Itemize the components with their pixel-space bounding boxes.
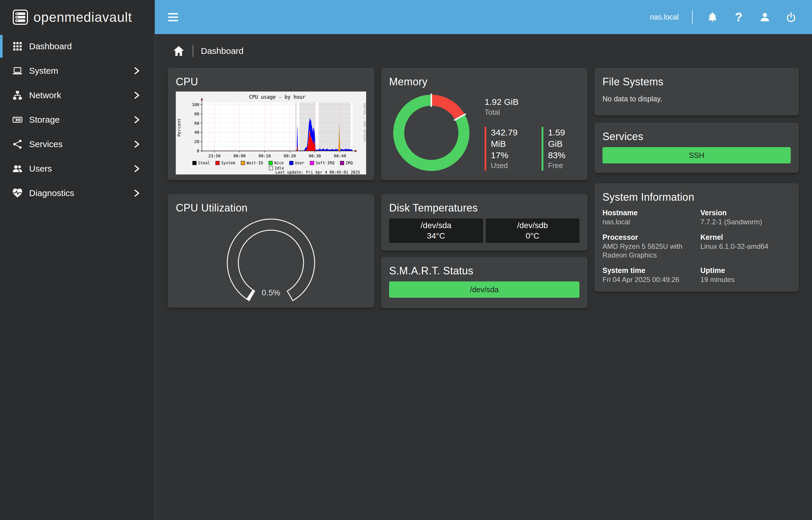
cpu-card: CPU 23:5000:0000:1000:2000:3000:40020406… [168,68,374,180]
cpu-usage-graph: 23:5000:0000:1000:2000:3000:400204060801… [176,92,366,176]
sidebar-item-label: Users [29,164,52,174]
svg-text:Nice: Nice [274,161,283,165]
cpu-card-title: CPU [176,75,366,88]
sidebar-item-system[interactable]: System [0,58,154,83]
health-icon [12,187,23,199]
cpu-gauge-svg: 0.5% [219,216,323,307]
dashboard-column-3: File Systems No data to display. Service… [594,68,799,292]
svg-text:User: User [295,161,304,165]
system-info-label: System time [603,266,693,275]
power-icon [785,11,797,23]
memory-used-stat: 342.79 MiB 17% Used [484,127,532,171]
lan-icon [12,89,23,101]
disk-temp-value: 34°C [427,231,445,241]
memory-slice-used [431,95,465,120]
gauge-value-fill [247,290,255,301]
sidebar-item-network[interactable]: Network [0,83,154,107]
memory-donut-svg [389,90,474,175]
memory-stats: 1.92 GiB Total 342.79 MiB 17% Used [484,96,580,171]
system-info-value: 7.7.2-1 (Sandworm) [701,217,791,226]
chevron-right-icon [133,165,140,173]
user-menu-button[interactable] [758,10,771,24]
disk-temp-device: /dev/sda [421,220,451,231]
system-information-grid: Hostnamenas.localVersion7.7.2-1 (Sandwor… [603,208,791,284]
topbar: nas.local ? [155,0,812,34]
sidebar-item-diagnostics[interactable]: Diagnostics [0,181,154,205]
system-info-value: Linux 6.1.0-32-amd64 [701,242,791,251]
disk-temperatures-card-title: Disk Temperatures [389,202,580,214]
app-root: openmediavault DashboardSystemNetworkSto… [0,0,812,520]
svg-text:100: 100 [192,102,199,107]
memory-used-free-row: 342.79 MiB 17% Used 1.59 GiB 83% [484,127,580,171]
system-information-card-title: System Information [603,191,791,204]
memory-body: 1.92 GiB Total 342.79 MiB 17% Used [389,90,580,176]
gauge-value-label: 0.5% [262,288,280,297]
system-info-value: nas.local [603,217,693,226]
memory-used-bar [484,127,486,171]
memory-donut-chart [389,90,474,176]
disk-temperatures-card: Disk Temperatures /dev/sda34°C/dev/sdb0°… [381,194,588,251]
smart-status-card: S.M.A.R.T. Status /dev/sda [381,257,588,308]
svg-text:00:40: 00:40 [334,154,346,158]
sidebar: openmediavault DashboardSystemNetworkSto… [0,0,155,520]
logo[interactable]: openmediavault [0,0,154,34]
sidebar-item-users[interactable]: Users [0,156,154,181]
menu-toggle-button[interactable] [168,13,178,21]
svg-text:60: 60 [194,121,199,126]
share-icon [12,138,23,150]
grid-icon [12,41,23,52]
system-info-cell: Version7.7.2-1 (Sandworm) [701,208,791,226]
system-info-label: Version [701,208,791,217]
chevron-right-icon [133,189,140,197]
sidebar-item-dashboard[interactable]: Dashboard [0,34,154,58]
cpu-utilization-card-title: CPU Utilization [176,202,366,214]
svg-text:00:00: 00:00 [233,154,246,158]
sidebar-item-storage[interactable]: Storage [0,107,154,132]
service-tiles: SSH [603,147,791,163]
memory-free-pct: 83% [548,150,580,161]
svg-text:Percent: Percent [176,118,181,137]
system-info-label: Hostname [603,208,693,217]
system-info-cell: Hostnamenas.local [603,208,693,226]
system-info-value: AMD Ryzen 5 5625U with Radeon Graphics [603,242,693,260]
memory-total: 1.92 GiB Total [484,96,580,118]
chevron-right-icon [133,67,140,75]
dashboard-column-2: Memory 1.92 GiB Total 342.79 MiB [381,68,588,308]
memory-used-value: 342.79 MiB [491,127,532,150]
help-button[interactable]: ? [732,10,745,24]
system-info-label: Processor [603,233,693,241]
memory-total-value: 1.92 GiB [484,96,580,107]
svg-text:Last update: Fri Apr 4 00:45:: Last update: Fri Apr 4 00:45:01 2025 [275,170,360,175]
services-card: Services SSH [594,123,799,173]
system-info-value: 19 minutes [701,275,791,284]
system-info-value: Fri 04 Apr 2025 00:49:26 [603,275,693,284]
hostname-label: nas.local [650,13,679,21]
question-icon: ? [735,11,743,23]
power-button[interactable] [785,10,797,24]
notifications-button[interactable] [706,10,719,24]
chevron-right-icon [133,116,140,124]
breadcrumb-page: Dashboard [201,46,244,56]
topbar-actions: nas.local ? [650,10,812,24]
svg-text:00:10: 00:10 [258,154,271,158]
topbar-divider [692,10,693,24]
svg-text:20: 20 [194,139,199,144]
dashboard-content: CPU 23:5000:0000:1000:2000:3000:40020406… [155,68,812,520]
memory-used-label: Used [491,161,532,171]
system-info-cell: Uptime19 minutes [701,266,791,284]
svg-text:80: 80 [194,111,199,116]
system-info-label: Uptime [701,266,791,275]
home-icon[interactable] [172,45,185,57]
system-info-cell: KernelLinux 6.1.0-32-amd64 [701,233,791,260]
sidebar-item-label: System [29,66,58,76]
breadcrumb: Dashboard [155,34,812,68]
memory-free-value: 1.59 GiB [548,127,580,150]
users-icon [12,163,23,175]
dashboard-column-1: CPU 23:5000:0000:1000:2000:3000:40020406… [168,68,374,308]
disk-temp-tile: /dev/sda34°C [389,218,483,243]
svg-text:IRQ: IRQ [346,161,353,165]
svg-text:Wait-IO: Wait-IO [247,161,263,165]
sidebar-item-label: Dashboard [29,42,72,51]
sidebar-item-services[interactable]: Services [0,132,154,156]
sidebar-item-label: Network [29,90,61,100]
